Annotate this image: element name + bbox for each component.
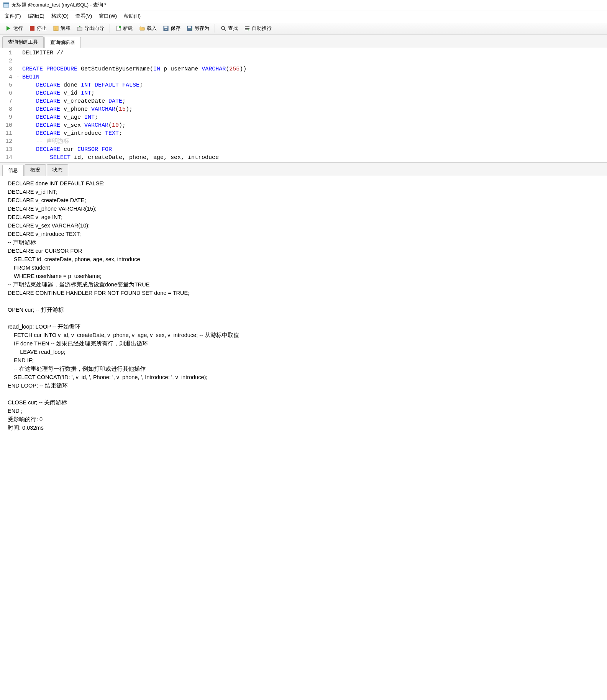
tab-profile[interactable]: 概况 [25, 164, 46, 176]
menu-format[interactable]: 格式(O) [51, 13, 69, 20]
export-button[interactable]: 导出向导 [74, 24, 107, 33]
svg-rect-3 [30, 26, 34, 31]
toolbar-separator [110, 24, 110, 33]
new-label: 新建 [123, 25, 133, 32]
svg-marker-22 [248, 29, 249, 31]
new-icon: + [115, 25, 121, 31]
tab-status[interactable]: 状态 [47, 164, 68, 176]
title-bar: 无标题 @comate_test (myALiSQL) - 查询 * [0, 0, 607, 10]
svg-marker-7 [79, 26, 81, 27]
stop-label: 停止 [37, 25, 47, 32]
find-label: 查找 [228, 25, 238, 32]
code-editor[interactable]: 1234567891011121314 ⊟ DELIMITER // CREAT… [0, 48, 607, 162]
menu-bar: 文件(F) 编辑(E) 格式(O) 查看(V) 窗口(W) 帮助(H) [0, 10, 607, 22]
export-icon [77, 25, 83, 31]
saveas-icon [187, 25, 193, 31]
explain-icon: i [53, 25, 59, 31]
wrap-button[interactable]: 自动换行 [242, 24, 274, 33]
svg-rect-13 [165, 29, 167, 30]
svg-text:+: + [119, 26, 121, 28]
new-button[interactable]: + 新建 [113, 24, 135, 33]
toolbar-separator-2 [215, 24, 215, 33]
export-label: 导出向导 [84, 25, 104, 32]
svg-rect-12 [164, 26, 167, 28]
save-icon [163, 25, 169, 31]
run-label: 运行 [13, 25, 23, 32]
fold-column[interactable]: ⊟ [15, 48, 21, 162]
menu-file[interactable]: 文件(F) [5, 13, 21, 20]
load-button[interactable]: 载入 [137, 24, 159, 33]
svg-marker-2 [7, 26, 10, 31]
svg-line-18 [224, 29, 226, 31]
wrap-label: 自动换行 [252, 25, 272, 32]
menu-edit[interactable]: 编辑(E) [28, 13, 44, 20]
load-label: 载入 [147, 25, 157, 32]
saveas-button[interactable]: 另存为 [184, 24, 212, 33]
tab-editor[interactable]: 查询编辑器 [44, 37, 81, 48]
menu-view[interactable]: 查看(V) [75, 13, 92, 20]
svg-text:i: i [56, 26, 56, 31]
tab-builder[interactable]: 查询创建工具 [2, 36, 44, 48]
svg-rect-6 [77, 27, 82, 31]
save-button[interactable]: 保存 [161, 24, 183, 33]
window-title: 无标题 @comate_test (myALiSQL) - 查询 * [11, 2, 106, 8]
menu-help[interactable]: 帮助(H) [124, 13, 141, 20]
stop-icon [29, 25, 35, 31]
tab-info[interactable]: 信息 [2, 165, 24, 176]
editor-tabs: 查询创建工具 查询编辑器 [0, 35, 607, 48]
toolbar: 运行 停止 i 解释 导出向导 + 新建 载入 保存 另存为 查找 自动换行 [0, 22, 607, 35]
save-label: 保存 [171, 25, 180, 32]
stop-button[interactable]: 停止 [27, 24, 49, 33]
play-icon [5, 25, 11, 31]
app-icon [3, 2, 9, 8]
explain-button[interactable]: i 解释 [51, 24, 73, 33]
output-panel[interactable]: DECLARE done INT DEFAULT FALSE; DECLARE … [0, 176, 607, 435]
find-button[interactable]: 查找 [218, 24, 240, 33]
code-area[interactable]: DELIMITER // CREATE PROCEDURE GetStudent… [21, 48, 248, 162]
line-gutter: 1234567891011121314 [0, 48, 15, 162]
svg-rect-1 [3, 3, 9, 4]
search-icon [220, 25, 226, 31]
explain-label: 解释 [61, 25, 71, 32]
menu-window[interactable]: 窗口(W) [99, 13, 117, 20]
saveas-label: 另存为 [194, 25, 209, 32]
output-tabs: 信息 概况 状态 [0, 162, 607, 176]
run-button[interactable]: 运行 [3, 24, 25, 33]
wrap-icon [244, 25, 250, 31]
svg-rect-15 [188, 26, 191, 28]
svg-point-17 [221, 26, 225, 29]
folder-icon [139, 25, 145, 31]
